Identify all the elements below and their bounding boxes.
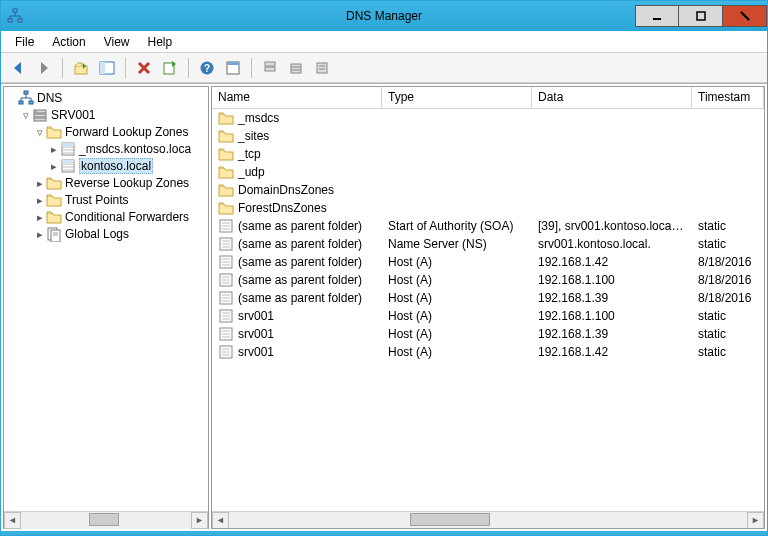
scope-tree[interactable]: ▸DNS▿SRV001▿Forward Lookup Zones▸_msdcs.… [4, 87, 208, 511]
collapse-icon[interactable]: ▿ [34, 126, 46, 138]
list-row[interactable]: srv001Host (A)192.168.1.42static [212, 343, 764, 361]
rec-icon [218, 326, 234, 342]
help-button[interactable]: ? [196, 57, 218, 79]
list-h-scrollbar[interactable]: ◄ ► [212, 511, 764, 528]
list-row[interactable]: (same as parent folder)Name Server (NS)s… [212, 235, 764, 253]
row-type: Start of Authority (SOA) [382, 219, 532, 233]
rec-icon [218, 344, 234, 360]
list-header[interactable]: Name Type Data Timestam [212, 87, 764, 109]
expand-icon[interactable]: ▸ [34, 228, 46, 240]
filter-button[interactable] [311, 57, 333, 79]
list-row[interactable]: _tcp [212, 145, 764, 163]
expand-icon[interactable]: ▸ [34, 211, 46, 223]
scroll-right-icon[interactable]: ► [747, 512, 764, 529]
row-type: Host (A) [382, 327, 532, 341]
column-timestamp[interactable]: Timestam [692, 87, 764, 108]
list-row[interactable]: _sites [212, 127, 764, 145]
scroll-left-icon[interactable]: ◄ [4, 512, 21, 529]
refresh-button[interactable] [159, 57, 181, 79]
tree-item[interactable]: ▸Trust Points [4, 191, 208, 208]
row-name: ForestDnsZones [238, 201, 327, 215]
list-row[interactable]: DomainDnsZones [212, 181, 764, 199]
tree-item[interactable]: ▿SRV001 [4, 106, 208, 123]
new-zone-button[interactable] [285, 57, 307, 79]
row-type: Host (A) [382, 345, 532, 359]
result-list-pane: Name Type Data Timestam _msdcs_sites_tcp… [211, 86, 765, 529]
expand-icon[interactable]: ▸ [34, 194, 46, 206]
list-row[interactable]: (same as parent folder)Host (A)192.168.1… [212, 289, 764, 307]
column-name[interactable]: Name [212, 87, 382, 108]
list-row[interactable]: _udp [212, 163, 764, 181]
scope-tree-pane: ▸DNS▿SRV001▿Forward Lookup Zones▸_msdcs.… [3, 86, 209, 529]
row-name: srv001 [238, 327, 274, 341]
svg-rect-2 [18, 19, 22, 22]
list-row[interactable]: (same as parent folder)Start of Authorit… [212, 217, 764, 235]
menu-help[interactable]: Help [140, 33, 181, 51]
new-server-button[interactable] [259, 57, 281, 79]
svg-rect-15 [265, 62, 275, 66]
row-data: 192.168.1.100 [532, 273, 692, 287]
svg-rect-14 [227, 62, 239, 65]
svg-rect-16 [265, 67, 275, 71]
svg-rect-9 [100, 62, 105, 74]
tree-item[interactable]: ▸Reverse Lookup Zones [4, 174, 208, 191]
rec-icon [218, 272, 234, 288]
nav-back-button[interactable] [7, 57, 29, 79]
rec-icon [218, 218, 234, 234]
svg-rect-1 [8, 19, 12, 22]
folder-icon [218, 146, 234, 162]
svg-rect-4 [697, 12, 705, 20]
show-hide-tree-button[interactable] [96, 57, 118, 79]
tree-item[interactable]: ▸_msdcs.kontoso.loca [4, 140, 208, 157]
expand-icon[interactable]: ▸ [48, 160, 60, 172]
nav-forward-button[interactable] [33, 57, 55, 79]
dns-app-icon [7, 8, 23, 24]
scroll-right-icon[interactable]: ► [191, 512, 208, 529]
list-row[interactable]: (same as parent folder)Host (A)192.168.1… [212, 253, 764, 271]
menubar: File Action View Help [1, 31, 767, 53]
delete-button[interactable] [133, 57, 155, 79]
row-name: (same as parent folder) [238, 291, 362, 305]
list-row[interactable]: (same as parent folder)Host (A)192.168.1… [212, 271, 764, 289]
tree-item[interactable]: ▸Conditional Forwarders [4, 208, 208, 225]
column-data[interactable]: Data [532, 87, 692, 108]
tree-item-label: kontoso.local [79, 158, 153, 174]
row-type: Host (A) [382, 255, 532, 269]
svg-rect-25 [29, 101, 33, 104]
menu-view[interactable]: View [96, 33, 138, 51]
titlebar[interactable]: DNS Manager [1, 1, 767, 31]
menu-action[interactable]: Action [44, 33, 93, 51]
column-type[interactable]: Type [382, 87, 532, 108]
svg-rect-20 [317, 63, 327, 73]
list-row[interactable]: srv001Host (A)192.168.1.100static [212, 307, 764, 325]
up-level-button[interactable] [70, 57, 92, 79]
row-name: srv001 [238, 309, 274, 323]
scroll-left-icon[interactable]: ◄ [212, 512, 229, 529]
expand-icon[interactable]: ▸ [48, 143, 60, 155]
row-type: Host (A) [382, 309, 532, 323]
list-body[interactable]: _msdcs_sites_tcp_udpDomainDnsZonesForest… [212, 109, 764, 511]
menu-file[interactable]: File [7, 33, 42, 51]
row-name: srv001 [238, 345, 274, 359]
row-name: (same as parent folder) [238, 255, 362, 269]
tree-item[interactable]: ▸kontoso.local [4, 157, 208, 174]
expand-icon[interactable]: ▸ [34, 177, 46, 189]
minimize-button[interactable] [635, 5, 679, 27]
svg-text:?: ? [204, 63, 210, 74]
folder-icon [218, 182, 234, 198]
rec-icon [218, 290, 234, 306]
collapse-icon[interactable]: ▿ [20, 109, 32, 121]
row-timestamp: 8/18/2016 [692, 255, 764, 269]
list-row[interactable]: _msdcs [212, 109, 764, 127]
maximize-button[interactable] [679, 5, 723, 27]
list-row[interactable]: ForestDnsZones [212, 199, 764, 217]
tree-item[interactable]: ▸DNS [4, 89, 208, 106]
tree-item[interactable]: ▿Forward Lookup Zones [4, 123, 208, 140]
tree-item[interactable]: ▸Global Logs [4, 225, 208, 242]
tree-h-scrollbar[interactable]: ◄ ► [4, 511, 208, 528]
list-row[interactable]: srv001Host (A)192.168.1.39static [212, 325, 764, 343]
properties-button[interactable] [222, 57, 244, 79]
tree-item-label: Conditional Forwarders [65, 210, 189, 224]
close-button[interactable] [723, 5, 767, 27]
tree-item-label: Global Logs [65, 227, 129, 241]
